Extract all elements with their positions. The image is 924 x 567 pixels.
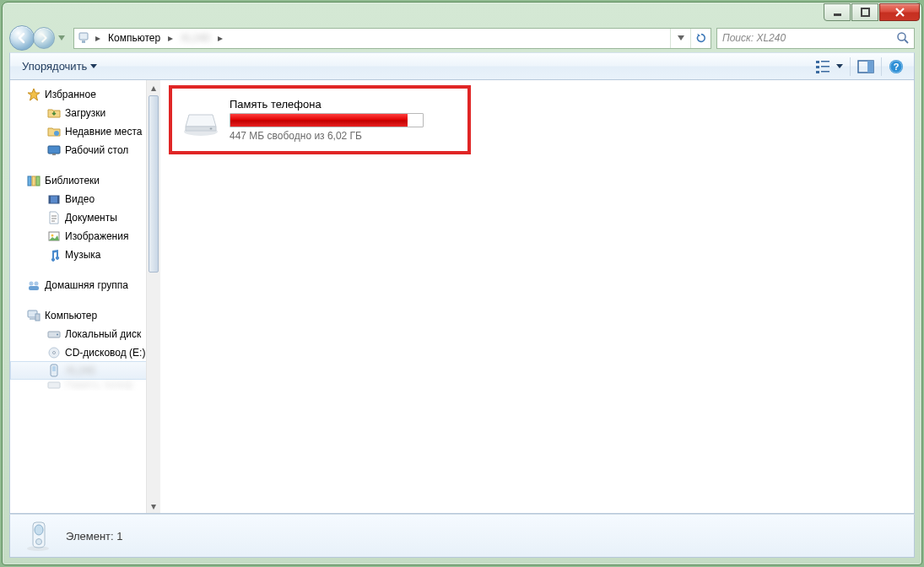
recent-icon: [47, 125, 61, 138]
scrollbar-thumb[interactable]: [149, 95, 159, 273]
content-pane[interactable]: Память телефона 447 МБ свободно из 6,02 …: [160, 80, 914, 513]
tree-label: Недавние места: [65, 126, 142, 138]
svg-point-44: [35, 525, 43, 535]
view-mode-button[interactable]: [812, 57, 846, 77]
cd-icon: [47, 346, 61, 359]
search-input[interactable]: Поиск: XL240: [716, 28, 915, 49]
tree-desktop[interactable]: Рабочий стол: [10, 141, 160, 159]
document-icon: [47, 211, 61, 224]
navigation-pane: Избранное Загрузки Недавние места Рабочи…: [10, 80, 160, 513]
svg-rect-10: [816, 71, 819, 73]
svg-point-4: [898, 33, 905, 40]
folder-download-icon: [47, 106, 61, 120]
toolbar-right: ?: [812, 57, 907, 77]
tree-label: Локальный диск: [65, 328, 141, 340]
tree-item-partial[interactable]: Память телеф: [10, 379, 160, 391]
minimize-button[interactable]: [824, 3, 851, 21]
svg-point-17: [54, 131, 59, 136]
drive-name: Память телефона: [230, 98, 459, 111]
preview-pane-button[interactable]: [854, 57, 878, 77]
svg-rect-7: [821, 61, 829, 62]
device-icon: [77, 30, 92, 46]
close-button[interactable]: [879, 3, 920, 21]
video-icon: [47, 192, 61, 206]
tree-label: Избранное: [45, 89, 96, 100]
toolbar-separator: [850, 57, 851, 76]
drive-status: 447 МБ свободно из 6,02 ГБ: [230, 130, 459, 142]
svg-rect-39: [52, 366, 56, 371]
tree-documents[interactable]: Документы: [10, 208, 160, 227]
svg-rect-6: [816, 61, 819, 63]
svg-point-37: [53, 352, 56, 354]
drive-capacity-bar: [230, 113, 424, 127]
svg-rect-9: [821, 66, 829, 68]
music-icon: [47, 248, 61, 262]
svg-point-28: [30, 282, 34, 286]
svg-line-5: [905, 40, 908, 43]
help-button[interactable]: ?: [885, 57, 907, 77]
maximize-button[interactable]: [851, 3, 878, 21]
status-device-icon: [20, 518, 56, 554]
organize-label: Упорядочить: [22, 60, 87, 73]
svg-rect-30: [29, 286, 39, 290]
refresh-button[interactable]: [690, 29, 711, 48]
tree-pictures[interactable]: Изображения: [10, 227, 160, 246]
tree-video[interactable]: Видео: [10, 190, 160, 208]
tree-downloads[interactable]: Загрузки: [10, 104, 160, 122]
svg-rect-33: [35, 314, 40, 321]
scroll-up-icon[interactable]: ▴: [147, 80, 160, 94]
svg-text:?: ?: [894, 62, 900, 72]
tree-label: Изображения: [65, 230, 128, 242]
search-placeholder: Поиск: XL240: [722, 32, 786, 44]
tree-favorites[interactable]: Избранное: [10, 85, 160, 104]
tree-label: Загрузки: [65, 107, 105, 119]
toolbar: Упорядочить: [9, 52, 915, 80]
sidebar-scrollbar[interactable]: ▴ ▾: [146, 80, 160, 513]
breadcrumb-device[interactable]: XL240: [176, 29, 214, 48]
tree-label: Домашняя группа: [45, 279, 128, 291]
organize-menu[interactable]: Упорядочить: [17, 57, 102, 75]
svg-rect-22: [36, 176, 40, 186]
drive-info: Память телефона 447 МБ свободно из 6,02 …: [230, 98, 459, 142]
breadcrumb-arrow-icon[interactable]: ▸: [165, 29, 176, 48]
svg-rect-21: [32, 176, 35, 186]
address-bar[interactable]: ▸ Компьютер ▸ XL240 ▸: [73, 28, 711, 49]
svg-rect-32: [30, 318, 35, 320]
breadcrumb-computer[interactable]: Компьютер: [104, 29, 165, 48]
svg-rect-18: [48, 146, 60, 154]
svg-point-27: [51, 235, 54, 237]
svg-rect-1: [862, 8, 869, 16]
device-icon: [48, 364, 62, 377]
tree-label: Компьютер: [45, 310, 97, 321]
tree-recent[interactable]: Недавние места: [10, 122, 160, 141]
tree-libraries[interactable]: Библиотеки: [10, 171, 160, 190]
svg-point-29: [35, 282, 39, 286]
svg-point-35: [57, 334, 58, 336]
svg-rect-19: [52, 154, 56, 155]
window-frame: ▸ Компьютер ▸ XL240 ▸ Поиск: XL240 Упоря…: [2, 2, 922, 565]
nav-history-dropdown[interactable]: [55, 29, 68, 47]
drive-icon: [47, 379, 61, 391]
breadcrumb-arrow-icon[interactable]: ▸: [92, 29, 104, 48]
tree-cddrive[interactable]: CD-дисковод (E:): [10, 343, 160, 362]
svg-rect-11: [821, 71, 829, 73]
scroll-down-icon[interactable]: ▾: [147, 499, 160, 513]
svg-point-42: [210, 128, 213, 130]
tree-device-selected[interactable]: XL240: [10, 361, 160, 380]
tree-localdisk[interactable]: Локальный диск: [10, 325, 160, 343]
forward-button[interactable]: [33, 27, 55, 49]
drive-item-highlighted[interactable]: Память телефона 447 МБ свободно из 6,02 …: [169, 85, 471, 154]
tree-homegroup[interactable]: Домашняя группа: [10, 276, 160, 294]
back-button[interactable]: [9, 25, 35, 51]
phone-storage-icon: [181, 100, 221, 140]
svg-point-45: [36, 539, 42, 545]
address-dropdown-button[interactable]: [670, 29, 690, 48]
tree-music[interactable]: Музыка: [10, 246, 160, 264]
search-icon: [896, 31, 910, 47]
breadcrumb-arrow-icon[interactable]: ▸: [214, 29, 226, 48]
svg-rect-8: [816, 66, 819, 68]
toolbar-separator: [881, 57, 882, 76]
status-text: Элемент: 1: [66, 530, 122, 543]
tree-label: Музыка: [65, 249, 100, 261]
tree-computer[interactable]: Компьютер: [10, 306, 160, 325]
